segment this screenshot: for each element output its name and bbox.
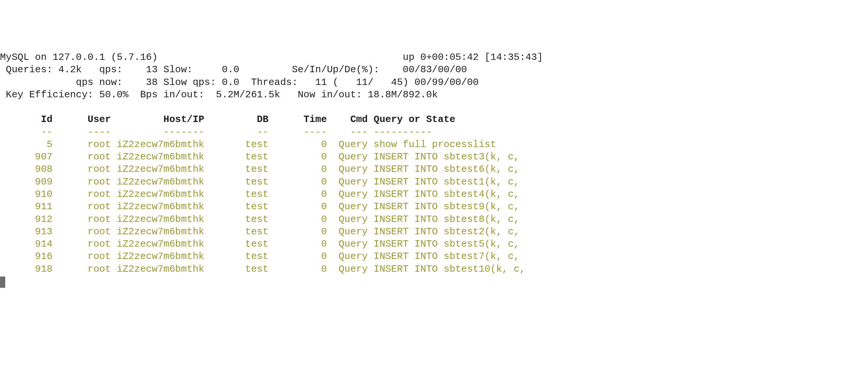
process-row: 912 root iZ2zecw7m6bmthk test 0 Query IN… <box>0 213 868 226</box>
stats-line-3: Key Efficiency: 50.0% Bps in/out: 5.2M/2… <box>0 89 868 101</box>
process-row: 914 root iZ2zecw7m6bmthk test 0 Query IN… <box>0 238 868 250</box>
cursor-block-icon <box>0 277 5 288</box>
process-table-dashes: -- ---- ------- -- ---- --- ---------- <box>0 126 868 138</box>
process-row: 5 root iZ2zecw7m6bmthk test 0 Query show… <box>0 138 868 151</box>
process-table-headers: Id User Host/IP DB Time Cmd Query or Sta… <box>0 113 868 126</box>
blank-line <box>0 101 868 113</box>
process-row: 913 root iZ2zecw7m6bmthk test 0 Query IN… <box>0 226 868 238</box>
process-row: 911 root iZ2zecw7m6bmthk test 0 Query IN… <box>0 201 868 213</box>
process-row: 918 root iZ2zecw7m6bmthk test 0 Query IN… <box>0 263 868 275</box>
uptime-clock: up 0+00:05:42 [14:35:43] <box>403 52 543 63</box>
process-row: 910 root iZ2zecw7m6bmthk test 0 Query IN… <box>0 188 868 201</box>
terminal-output: MySQL on 127.0.0.1 (5.7.16) up 0+00:05:4… <box>0 51 868 288</box>
stats-line-1: Queries: 4.2k qps: 13 Slow: 0.0 Se/In/Up… <box>0 64 868 76</box>
process-row: 908 root iZ2zecw7m6bmthk test 0 Query IN… <box>0 163 868 176</box>
cursor-line <box>0 275 868 288</box>
process-row: 916 root iZ2zecw7m6bmthk test 0 Query IN… <box>0 250 868 263</box>
header-title-line: MySQL on 127.0.0.1 (5.7.16) up 0+00:05:4… <box>0 51 868 64</box>
stats-line-2: qps now: 38 Slow qps: 0.0 Threads: 11 ( … <box>0 76 868 89</box>
server-info: MySQL on 127.0.0.1 (5.7.16) <box>0 52 158 63</box>
process-row: 907 root iZ2zecw7m6bmthk test 0 Query IN… <box>0 151 868 163</box>
process-row: 909 root iZ2zecw7m6bmthk test 0 Query IN… <box>0 176 868 188</box>
